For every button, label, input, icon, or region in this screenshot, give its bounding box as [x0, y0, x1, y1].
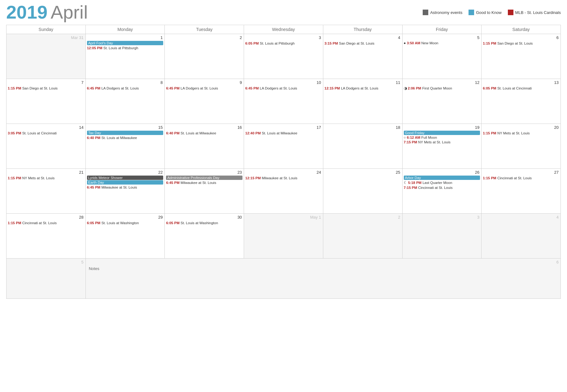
notes-label: Notes: [86, 265, 560, 272]
event-desc: Milwaukee at St. Louis: [101, 185, 137, 189]
day-cell: 1112:15 PM LA Dodgers at St. Louis: [323, 79, 402, 124]
day-number: 21: [7, 169, 85, 175]
day-cell: 3: [402, 214, 482, 259]
header: 2019 April Astronomy events Good to Know…: [6, 3, 561, 22]
mlb-event: 6:45 PM Milwaukee at St. Louis: [87, 185, 164, 190]
event-bar-teal: Earth Day: [87, 180, 164, 185]
day-cell: 1712:40 PM St. Louis at Milwaukee: [244, 124, 323, 169]
cell-content: Good Friday○ 6:12 AM Full Moon7:15 PM NY…: [403, 131, 481, 145]
year: 2019: [6, 3, 47, 22]
col-thursday: Thursday: [323, 25, 402, 34]
calendar-table: Sunday Monday Tuesday Wednesday Thursday…: [6, 25, 561, 299]
goodtoknow-color-box: [469, 10, 474, 15]
mlb-event: 1:15 PM NY Mets at St. Louis: [483, 131, 559, 136]
cell-content: Lyrids Meteor ShowerEarth Day6:45 PM Mil…: [86, 176, 164, 190]
day-cell: 19Good Friday○ 6:12 AM Full Moon7:15 PM …: [402, 124, 482, 169]
day-cell: 1April Fool's Day12:05 PM St. Louis at P…: [85, 34, 165, 79]
event-time: 1:15 PM: [483, 131, 496, 135]
mlb-event: 1:15 PM Cincinnati at St. Louis: [8, 221, 84, 225]
day-cell: 43:15 PM San Diego at St. Louis: [323, 34, 402, 79]
day-number: 30: [165, 214, 243, 220]
event-bar-teal: April Fool's Day: [87, 41, 164, 45]
cell-content: ◑ 2:06 PM First Quarter Moon: [403, 86, 481, 90]
cell-content: 1:15 PM San Diego at St. Louis: [7, 86, 85, 91]
event-time: 1:15 PM: [483, 41, 496, 45]
title-area: 2019 April: [6, 3, 88, 22]
event-desc: Milwaukee at St. Louis: [181, 181, 216, 185]
event-desc: Milwaukee at St. Louis: [262, 176, 297, 180]
cell-content: 12:15 PM Milwaukee at St. Louis: [245, 176, 322, 181]
day-number: 1: [86, 35, 164, 41]
event-desc: LA Dodgers at St. Louis: [260, 86, 297, 90]
mlb-event: 6:45 PM LA Dodgers at St. Louis: [166, 86, 242, 91]
moon-desc: Full Moon: [421, 136, 437, 139]
day-cell: 22Lyrids Meteor ShowerEarth Day6:45 PM M…: [85, 169, 165, 214]
day-number: 9: [165, 80, 243, 85]
event-time: 3:05 PM: [8, 131, 21, 135]
legend-astronomy: Astronomy events: [423, 10, 462, 15]
day-number: 26: [403, 169, 481, 175]
day-number: 7: [7, 80, 85, 85]
event-desc: Cincinnati at St. Louis: [418, 186, 452, 189]
moon-symbol: ☾: [404, 181, 407, 185]
day-number: 22: [86, 169, 164, 175]
cell-content: April Fool's Day12:05 PM St. Louis at Pi…: [86, 41, 164, 50]
day-number: 16: [165, 124, 243, 130]
cell-content: 6:40 PM St. Louis at Milwaukee: [165, 131, 243, 136]
event-time: 6:45 PM: [166, 86, 179, 90]
legend-goodtoknow: Good to Know: [469, 10, 501, 15]
day-cell: 211:15 PM NY Mets at St. Louis: [7, 169, 86, 214]
event-desc: Cincinnati at St. Louis: [497, 176, 532, 180]
event-time: 12:05 PM: [87, 46, 102, 50]
day-cell: 61:15 PM San Diego at St. Louis: [482, 34, 561, 79]
col-sunday: Sunday: [7, 25, 86, 34]
day-cell: 2: [165, 34, 244, 79]
legend-mlb: MLB - St. Louis Cardinals: [508, 10, 561, 15]
day-number: 18: [324, 124, 402, 130]
day-number: 8: [86, 80, 164, 85]
day-cell: 15Tax Day6:40 PM St. Louis at Milwaukee: [85, 124, 165, 169]
day-cell: 136:05 PM St. Louis at Cincinnati: [482, 79, 561, 124]
day-cell: 86:45 PM LA Dodgers at St. Louis: [85, 79, 165, 124]
event-desc: Cincinnati at St. Louis: [22, 221, 57, 225]
event-time: 6:45 PM: [87, 86, 100, 90]
day-number: 10: [245, 80, 322, 85]
event-desc: St. Louis at Pittsburgh: [260, 41, 295, 45]
event-bar-gray: Administrative Professionals Day: [166, 176, 242, 180]
mlb-event: 6:45 PM LA Dodgers at St. Louis: [87, 86, 164, 91]
legend-goodtoknow-label: Good to Know: [476, 10, 501, 15]
day-number: 15: [86, 124, 164, 130]
day-number: 23: [165, 169, 243, 175]
day-number: 24: [245, 169, 322, 175]
day-cell: 23Administrative Professionals Day6:45 P…: [165, 169, 244, 214]
cell-content: 3:05 PM St. Louis at Cincinnati: [7, 131, 85, 136]
cell-content: 1:15 PM San Diego at St. Louis: [482, 41, 560, 46]
mlb-event: 7:15 PM Cincinnati at St. Louis: [404, 185, 480, 190]
event-bar-dark: Lyrids Meteor Shower: [87, 176, 164, 180]
week-row-5: 56Notes: [7, 259, 561, 299]
event-desc: St. Louis at Cincinnati: [497, 86, 532, 90]
cell-content: 6:45 PM LA Dodgers at St. Louis: [165, 86, 243, 91]
day-cell: 296:05 PM St. Louis at Washington: [85, 214, 165, 259]
mlb-event: 6:40 PM St. Louis at Milwaukee: [87, 136, 164, 140]
col-tuesday: Tuesday: [165, 25, 244, 34]
calendar-page: 2019 April Astronomy events Good to Know…: [0, 0, 567, 392]
day-number: 19: [403, 124, 481, 130]
moon-time: 6:12 AM: [407, 136, 421, 139]
event-desc: St. Louis at Milwaukee: [181, 131, 216, 135]
cell-content: Administrative Professionals Day6:45 PM …: [165, 176, 243, 185]
week-row-2: 143:05 PM St. Louis at Cincinnati15Tax D…: [7, 124, 561, 169]
event-desc: NY Mets at St. Louis: [418, 140, 451, 144]
day-cell: May 1: [244, 214, 323, 259]
cell-content: 12:15 PM LA Dodgers at St. Louis: [324, 86, 402, 91]
event-desc: LA Dodgers at St. Louis: [341, 86, 378, 90]
day-cell: 2: [323, 214, 402, 259]
legend-mlb-label: MLB - St. Louis Cardinals: [515, 10, 561, 15]
event-time: 3:15 PM: [325, 41, 338, 45]
mlb-event: 1:15 PM Cincinnati at St. Louis: [483, 176, 559, 181]
moon-event: ○ 6:12 AM Full Moon: [404, 136, 480, 139]
day-cell: 166:40 PM St. Louis at Milwaukee: [165, 124, 244, 169]
day-cell: 5: [7, 259, 86, 299]
event-time: 7:15 PM: [404, 186, 417, 189]
moon-desc: First Quarter Moon: [422, 86, 452, 90]
